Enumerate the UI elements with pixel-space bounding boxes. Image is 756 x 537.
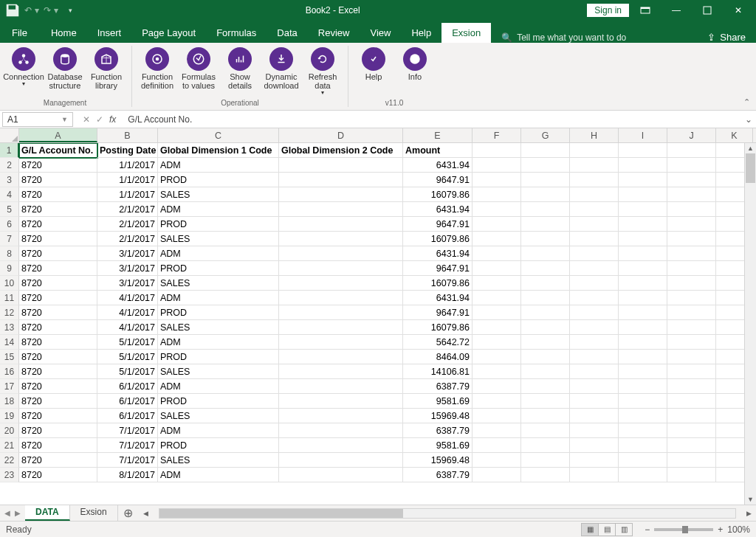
cell[interactable]: 6387.79 [403, 423, 472, 438]
cell[interactable] [472, 305, 521, 320]
fx-icon[interactable]: fx [109, 114, 116, 125]
cell[interactable]: 8720 [19, 276, 97, 291]
cell[interactable]: 1/1/2017 [97, 173, 158, 187]
row-header[interactable]: 12 [0, 305, 19, 320]
cell[interactable]: 5/1/2017 [97, 350, 158, 364]
cell[interactable]: 3/1/2017 [97, 276, 158, 291]
cell[interactable]: 16079.86 [403, 187, 472, 202]
cell[interactable] [472, 173, 521, 187]
column-header-b[interactable]: B [97, 128, 158, 142]
row-header[interactable]: 15 [0, 350, 19, 364]
share-button[interactable]: ⇪ Share [697, 32, 756, 43]
cell[interactable] [279, 468, 403, 482]
cell[interactable]: 9581.69 [403, 438, 472, 453]
cell[interactable]: 8720 [19, 423, 97, 438]
cell[interactable] [279, 379, 403, 394]
cell[interactable] [472, 217, 521, 232]
cell[interactable] [279, 173, 403, 187]
tell-me-search[interactable]: 🔍 Tell me what you want to do [491, 32, 636, 43]
maximize-icon[interactable] [693, 0, 722, 21]
row-header[interactable]: 10 [0, 276, 19, 291]
cell[interactable] [521, 261, 570, 276]
cell[interactable] [667, 217, 716, 232]
cell[interactable] [570, 276, 619, 291]
cell[interactable] [521, 453, 570, 468]
cell[interactable] [472, 143, 521, 158]
ribbon-display-icon[interactable] [630, 0, 660, 21]
cell[interactable] [619, 438, 667, 453]
cell[interactable]: 14106.81 [403, 364, 472, 379]
cell[interactable] [667, 453, 716, 468]
select-all-corner[interactable] [0, 128, 19, 142]
column-header-c[interactable]: C [158, 128, 279, 142]
cell[interactable]: SALES [158, 187, 279, 202]
cell[interactable]: 8720 [19, 364, 97, 379]
row-header[interactable]: 21 [0, 438, 19, 453]
formula-input[interactable]: G/L Account No. [123, 114, 741, 125]
cell[interactable] [472, 246, 521, 261]
cell[interactable]: ADM [158, 423, 279, 438]
cell[interactable] [472, 364, 521, 379]
info-button[interactable]: iInfo [394, 44, 436, 99]
cell[interactable]: 5/1/2017 [97, 364, 158, 379]
cell[interactable]: 9581.69 [403, 394, 472, 409]
cell[interactable] [279, 158, 403, 173]
cell[interactable] [667, 423, 716, 438]
cell[interactable] [667, 438, 716, 453]
cell[interactable] [619, 335, 667, 350]
cell[interactable] [472, 232, 521, 246]
cell[interactable]: 8720 [19, 187, 97, 202]
cell[interactable]: Global Dimension 1 Code [158, 143, 279, 158]
tab-exsion[interactable]: Exsion [441, 23, 491, 43]
cell[interactable]: 5642.72 [403, 335, 472, 350]
cell[interactable] [472, 320, 521, 335]
dynamic-download-button[interactable]: Dynamic download [261, 44, 302, 99]
cell[interactable] [570, 379, 619, 394]
cell[interactable]: 6431.94 [403, 246, 472, 261]
cell[interactable] [667, 409, 716, 423]
cell[interactable]: 7/1/2017 [97, 438, 158, 453]
cell[interactable]: Posting Date [97, 143, 158, 158]
cell[interactable] [667, 291, 716, 305]
tab-formulas[interactable]: Formulas [206, 23, 267, 43]
cell[interactable] [279, 320, 403, 335]
cell[interactable]: SALES [158, 276, 279, 291]
cell[interactable] [667, 158, 716, 173]
collapse-ribbon-icon[interactable]: ⌃ [743, 97, 750, 107]
cell[interactable] [279, 394, 403, 409]
cell[interactable]: 6/1/2017 [97, 394, 158, 409]
cell[interactable] [619, 202, 667, 217]
cell[interactable] [279, 276, 403, 291]
cell[interactable]: G/L Account No. [19, 143, 97, 158]
cell[interactable]: 8720 [19, 453, 97, 468]
cell[interactable] [521, 202, 570, 217]
cell[interactable]: 16079.86 [403, 320, 472, 335]
connection-button[interactable]: Connection▾ [3, 44, 44, 99]
row-header[interactable]: 13 [0, 320, 19, 335]
view-page-layout-icon[interactable]: ▤ [598, 523, 616, 536]
cell[interactable] [472, 202, 521, 217]
cell[interactable] [521, 305, 570, 320]
cell[interactable]: 4/1/2017 [97, 320, 158, 335]
cell[interactable] [521, 364, 570, 379]
cell[interactable] [472, 468, 521, 482]
cell[interactable] [521, 173, 570, 187]
cell[interactable] [570, 261, 619, 276]
cell[interactable] [667, 232, 716, 246]
row-header[interactable]: 14 [0, 335, 19, 350]
cell[interactable] [521, 438, 570, 453]
cell[interactable] [619, 453, 667, 468]
column-header-d[interactable]: D [279, 128, 403, 142]
cell[interactable]: 6431.94 [403, 202, 472, 217]
cell[interactable] [279, 438, 403, 453]
zoom-out-icon[interactable]: − [645, 524, 650, 535]
cell[interactable]: 8720 [19, 394, 97, 409]
scroll-right-icon[interactable]: ▶ [746, 510, 752, 517]
cell[interactable]: 5/1/2017 [97, 335, 158, 350]
cell[interactable]: Amount [403, 143, 472, 158]
cell[interactable]: 9647.91 [403, 217, 472, 232]
column-header-k[interactable]: K [716, 128, 753, 142]
tab-file[interactable]: File [0, 23, 41, 43]
cell[interactable]: 16079.86 [403, 276, 472, 291]
cell[interactable]: 6431.94 [403, 158, 472, 173]
